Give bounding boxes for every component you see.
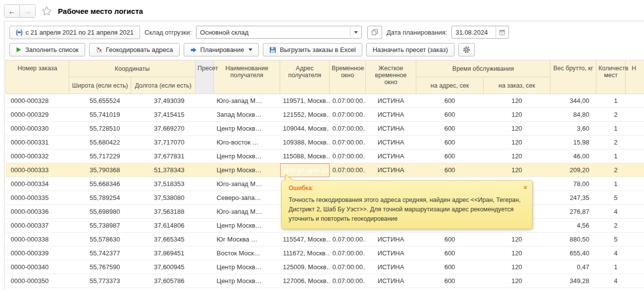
cell-preset[interactable]	[196, 246, 214, 260]
cell-order-number[interactable]: 0000-000339	[6, 246, 69, 260]
cell-latitude[interactable]: 55,767590	[69, 260, 131, 274]
cell-places-count[interactable]: 5	[596, 191, 626, 205]
settings-button[interactable]	[458, 43, 475, 56]
col-header-recipient-address[interactable]: Адрес получателя	[280, 60, 330, 94]
cell-order-number[interactable]: 0000-000338	[6, 233, 69, 246]
col-header-longitude[interactable]: Долгота (если есть)	[131, 77, 196, 94]
cell-sec-per-order[interactable]: 120	[484, 246, 550, 260]
cell-sec-per-order[interactable]: 120	[484, 260, 550, 274]
cell-preset[interactable]	[196, 136, 214, 149]
cell-cut-off[interactable]	[626, 205, 644, 219]
cell-preset[interactable]	[196, 191, 214, 205]
cell-sec-per-address[interactable]: 600	[416, 274, 484, 288]
cell-preset[interactable]	[196, 163, 214, 177]
cell-time-window[interactable]: 0.07:00:00…	[330, 246, 366, 260]
col-header-sec-per-order[interactable]: на заказ, сек	[484, 77, 550, 94]
cell-gross-weight[interactable]: 344,00	[550, 94, 596, 108]
order-row[interactable]: 0000-000338 55,578630 37,665345 Юг Москв…	[6, 233, 644, 246]
cell-time-window[interactable]: 0.07:00:00…	[330, 274, 366, 288]
cell-preset[interactable]	[196, 94, 214, 108]
cell-sec-per-order[interactable]: 120	[484, 233, 550, 246]
cell-places-count[interactable]: 4	[596, 274, 626, 288]
cell-preset[interactable]	[196, 149, 214, 163]
cell-places-count[interactable]: 4	[596, 246, 626, 260]
cell-preset[interactable]	[196, 108, 214, 122]
cell-preset[interactable]	[196, 205, 214, 219]
cell-recipient-name[interactable]: Юго-восток …	[214, 136, 280, 149]
cell-longitude[interactable]: 51,378343	[131, 163, 196, 177]
cell-recipient-name[interactable]: Центр Москв…	[214, 274, 280, 288]
cell-order-number[interactable]: 0000-000337	[6, 219, 69, 233]
cell-order-number[interactable]: 0000-000334	[6, 177, 69, 191]
cell-gross-weight[interactable]: 349,28	[550, 274, 596, 288]
cell-gross-weight[interactable]: 880,50	[550, 233, 596, 246]
cell-recipient-address[interactable]: 109044, Москв…	[280, 122, 330, 136]
cell-recipient-name[interactable]: Центр Москв…	[214, 260, 280, 274]
col-header-sec-per-address[interactable]: на адрес, сек	[416, 77, 484, 94]
cell-cut-off[interactable]	[626, 233, 644, 246]
cell-cut-off[interactable]	[626, 163, 644, 177]
cell-places-count[interactable]: 4	[596, 205, 626, 219]
cell-longitude[interactable]: 37,665345	[131, 233, 196, 246]
cell-recipient-name[interactable]: Восток Моск…	[214, 246, 280, 260]
forward-button[interactable]: →	[20, 5, 35, 17]
calendar-picker-button[interactable]	[495, 26, 508, 38]
cell-sec-per-address[interactable]: 600	[416, 108, 484, 122]
cell-places-count[interactable]: 1	[596, 177, 626, 191]
cell-time-window[interactable]: 0.07:00:00…	[330, 136, 366, 149]
favorite-star-icon[interactable]	[42, 6, 52, 16]
cell-latitude[interactable]: 55,741019	[69, 108, 131, 122]
cell-order-number[interactable]: 0000-000350	[6, 274, 69, 288]
cell-hard-window[interactable]: ИСТИНА	[366, 274, 416, 288]
cell-preset[interactable]	[196, 233, 214, 246]
cell-gross-weight[interactable]: 46,00	[550, 149, 596, 163]
cell-order-number[interactable]: 0000-000329	[6, 108, 69, 122]
cell-latitude[interactable]: 55,728510	[69, 122, 131, 136]
cell-recipient-name[interactable]: Юго-запад М…	[214, 177, 280, 191]
cell-gross-weight[interactable]: 15,98	[550, 136, 596, 149]
cell-hard-window[interactable]: ИСТИНА	[366, 94, 416, 108]
col-header-preset[interactable]: Пресет	[196, 60, 214, 94]
cell-longitude[interactable]: 37,717070	[131, 136, 196, 149]
cell-recipient-address[interactable]: 115088, Москв…	[280, 149, 330, 163]
cell-recipient-name[interactable]: Юго-запад М…	[214, 205, 280, 219]
cell-cut-off[interactable]	[626, 122, 644, 136]
cell-time-window[interactable]: 0.07:00:00…	[330, 233, 366, 246]
cell-latitude[interactable]: 55,789254	[69, 191, 131, 205]
cell-order-number[interactable]: 0000-000336	[6, 205, 69, 219]
geocode-button[interactable]: Геокодировать адреса	[89, 43, 180, 56]
cell-order-number[interactable]: 0000-000333	[6, 163, 69, 177]
close-icon[interactable]: ×	[523, 184, 527, 191]
warehouse-open-button[interactable]	[367, 26, 382, 39]
cell-recipient-address[interactable]: 115547, Москв…	[280, 233, 330, 246]
cell-preset[interactable]	[196, 274, 214, 288]
cell-cut-off[interactable]	[626, 246, 644, 260]
assign-preset-button[interactable]: Назначить пресет (заказ)	[366, 43, 454, 56]
cell-recipient-name[interactable]: Центр Москв…	[214, 122, 280, 136]
cell-preset[interactable]	[196, 122, 214, 136]
cell-places-count[interactable]: 2	[596, 136, 626, 149]
cell-order-number[interactable]: 0000-000335	[6, 191, 69, 205]
cell-places-count[interactable]: 2	[596, 219, 626, 233]
planning-menu-button[interactable]: Планирование	[184, 43, 259, 56]
cell-gross-weight[interactable]: 78,00	[550, 177, 596, 191]
cell-gross-weight[interactable]: 3,60	[550, 122, 596, 136]
cell-places-count[interactable]: 2	[596, 163, 626, 177]
cell-recipient-address[interactable]: 121552, Москв…	[280, 108, 330, 122]
cell-sec-per-order[interactable]: 120	[484, 122, 550, 136]
planning-date-value[interactable]: 31.08.2024	[452, 29, 495, 36]
col-header-coords-group[interactable]: Координаты	[69, 60, 196, 77]
export-excel-button[interactable]: Выгрузить заказы в Excel	[263, 43, 362, 56]
cell-hard-window[interactable]: ИСТИНА	[366, 163, 416, 177]
cell-preset[interactable]	[196, 219, 214, 233]
cell-time-window[interactable]: 0.07:00:00…	[330, 149, 366, 163]
cell-hard-window[interactable]: ИСТИНА	[366, 233, 416, 246]
cell-hard-window[interactable]: ИСТИНА	[366, 108, 416, 122]
cell-latitude[interactable]: 55,738987	[69, 219, 131, 233]
cell-gross-weight[interactable]: 0,47	[550, 260, 596, 274]
col-header-order[interactable]: Номер заказа	[6, 60, 69, 94]
cell-sec-per-address[interactable]: 600	[416, 260, 484, 274]
cell-hard-window[interactable]: ИСТИНА	[366, 149, 416, 163]
cell-longitude[interactable]: 37,600945	[131, 260, 196, 274]
warehouse-dropdown-button[interactable]	[350, 26, 361, 38]
